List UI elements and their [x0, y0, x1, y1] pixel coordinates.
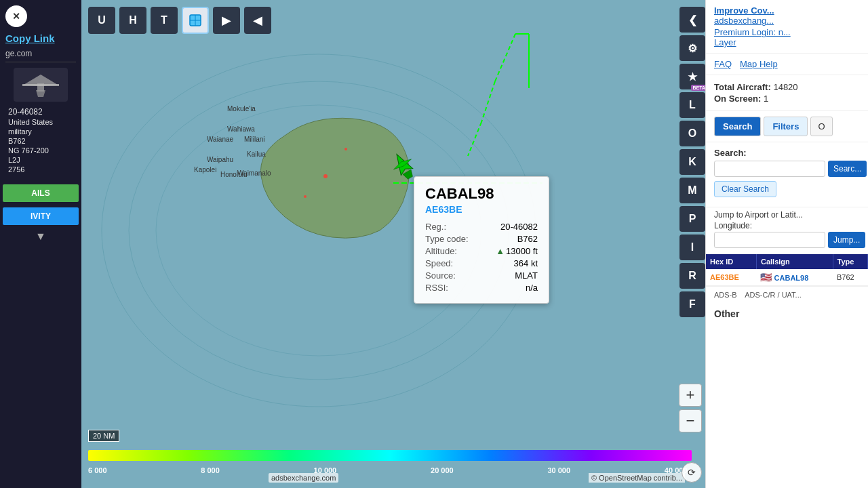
btn-u[interactable]: U: [88, 7, 115, 34]
popup-source-label: Source:: [425, 270, 456, 281]
copy-link-button[interactable]: Copy Link: [5, 33, 76, 44]
jump-section: Jump to Airport or Latit... Longitude: J…: [706, 207, 868, 254]
domain-text: ge.com: [5, 49, 32, 58]
beta-badge: BETA: [691, 85, 705, 91]
label-30000: 30 000: [547, 466, 570, 474]
btn-backward[interactable]: ◀: [244, 7, 271, 34]
svg-point-8: [323, 174, 328, 178]
osm-attribution: © OpenStreetMap contrib...: [589, 473, 685, 483]
popup-callsign: CABAL98: [425, 185, 538, 203]
map-help-link[interactable]: Map Help: [740, 59, 778, 69]
left-reg: 20-46082: [8, 107, 73, 117]
zoom-out-button[interactable]: −: [679, 409, 702, 432]
altitude-number: 13000 ft: [506, 246, 538, 256]
col-type: Type: [833, 254, 867, 269]
details-button[interactable]: AILS: [3, 184, 79, 202]
adsbexchange-attribution: adsbexchange.com: [269, 473, 338, 483]
on-screen-value: 1: [764, 94, 768, 104]
svg-marker-2: [36, 90, 45, 97]
popup-hex[interactable]: AE63BE: [425, 204, 538, 215]
popup-type-label: Type code:: [425, 234, 469, 244]
left-country: United States: [8, 118, 73, 126]
source-row: ADS-B ADS-C/R / UAT...: [706, 286, 868, 303]
btn-o[interactable]: O: [679, 121, 705, 146]
btn-gear[interactable]: ⚙: [679, 35, 705, 61]
callsign-cell: 🇺🇸 CABAL98: [756, 269, 833, 286]
label-8000: 8 000: [201, 466, 220, 474]
other-label: Other: [706, 303, 868, 325]
close-icon: ✕: [12, 11, 20, 22]
table-header: Hex ID Callsign Type: [706, 254, 868, 269]
tab-search[interactable]: Search: [714, 117, 761, 136]
right-header: Improve Cov... adsbexchang... Premium Lo…: [706, 0, 868, 54]
replay-button[interactable]: ⟳: [682, 462, 702, 483]
table-row[interactable]: AE63BE 🇺🇸 CABAL98 B762: [706, 269, 868, 286]
btn-f[interactable]: F: [679, 291, 705, 317]
source-adsb: ADS-B: [714, 291, 737, 299]
left-type: B762: [8, 137, 73, 145]
svg-marker-19: [403, 169, 414, 180]
btn-t[interactable]: T: [151, 7, 178, 34]
popup-source-row: Source: MLAT: [425, 270, 538, 281]
search-label: Search:: [714, 148, 860, 158]
layer-link[interactable]: Layer: [714, 37, 860, 47]
btn-h[interactable]: H: [119, 7, 146, 34]
divider: [5, 62, 76, 62]
flag-icon: 🇺🇸: [760, 272, 772, 283]
source-adsc: ADS-C/R / UAT...: [745, 291, 802, 299]
popup-type-row: Type code: B762: [425, 234, 538, 244]
map-background: [81, 0, 705, 488]
btn-m[interactable]: M: [679, 178, 705, 203]
label-6000: 6 000: [88, 466, 107, 474]
scale-badge: 20 NM: [88, 430, 119, 442]
left-panel: ✕ Copy Link ge.com 20-46082 United State…: [0, 0, 81, 488]
col-callsign: Callsign: [756, 254, 833, 269]
jump-input[interactable]: [714, 232, 825, 248]
tab-other[interactable]: O: [810, 117, 832, 136]
aircraft-table: Hex ID Callsign Type AE63BE 🇺🇸 CABAL98 B…: [706, 254, 868, 286]
btn-star-beta[interactable]: ★ BETA: [679, 64, 705, 89]
btn-l[interactable]: L: [679, 92, 705, 118]
btn-k[interactable]: K: [679, 149, 705, 175]
right-nav: FAQ Map Help: [706, 54, 868, 75]
popup-altitude-value: ▲13000 ft: [496, 246, 538, 256]
tab-filters[interactable]: Filters: [764, 117, 808, 136]
svg-point-9: [304, 195, 307, 198]
adsbexchange-link[interactable]: adsbexchang...: [714, 16, 860, 26]
btn-i[interactable]: I: [679, 235, 705, 260]
btn-forward[interactable]: ▶: [213, 7, 240, 34]
premium-login-link[interactable]: Premium Login: n...: [714, 27, 860, 37]
right-panel: Improve Cov... adsbexchang... Premium Lo…: [705, 0, 868, 488]
clear-search-button[interactable]: Clear Search: [714, 181, 776, 197]
btn-layers[interactable]: [182, 7, 209, 34]
popup-altitude-row: Altitude: ▲13000 ft: [425, 246, 538, 256]
popup-reg-value: 20-46082: [500, 222, 538, 232]
popup-rssi-label: RSSI:: [425, 283, 448, 293]
jump-button[interactable]: Jump...: [828, 232, 865, 248]
search-section: Search: Searc... Clear Search: [706, 142, 868, 207]
close-button[interactable]: ✕: [5, 5, 27, 27]
altitude-arrow: ▲: [496, 246, 505, 256]
search-row: Searc...: [714, 161, 860, 177]
total-aircraft-label: Total Aircraft:: [714, 82, 771, 92]
longitude-label: Longitude:: [714, 221, 860, 230]
search-input[interactable]: [714, 161, 825, 177]
jump-label: Jump to Airport or Latit...: [714, 210, 860, 220]
btn-collapse-left[interactable]: ❮: [679, 7, 705, 33]
popup-rssi-row: RSSI: n/a: [425, 283, 538, 293]
activity-button[interactable]: IVITY: [3, 207, 79, 225]
scroll-down-arrow[interactable]: ▼: [0, 228, 81, 245]
zoom-in-button[interactable]: +: [679, 384, 702, 407]
faq-link[interactable]: FAQ: [714, 59, 732, 69]
right-tabs: Search Filters O: [706, 111, 868, 142]
aircraft-popup: CABAL98 AE63BE Reg.: 20-46082 Type code:…: [414, 176, 549, 304]
on-screen-row: On Screen: 1: [714, 94, 860, 104]
popup-source-value: MLAT: [515, 270, 538, 281]
popup-speed-row: Speed: 364 kt: [425, 258, 538, 268]
btn-r[interactable]: R: [679, 263, 705, 289]
map-area[interactable]: Mokule'ia Wahiawa Waianae Mililani Kailu…: [81, 0, 705, 488]
altitude-color-bar: [88, 450, 692, 461]
improve-coverage-link[interactable]: Improve Cov...: [714, 5, 860, 16]
search-button[interactable]: Searc...: [828, 161, 867, 177]
btn-p[interactable]: P: [679, 206, 705, 232]
